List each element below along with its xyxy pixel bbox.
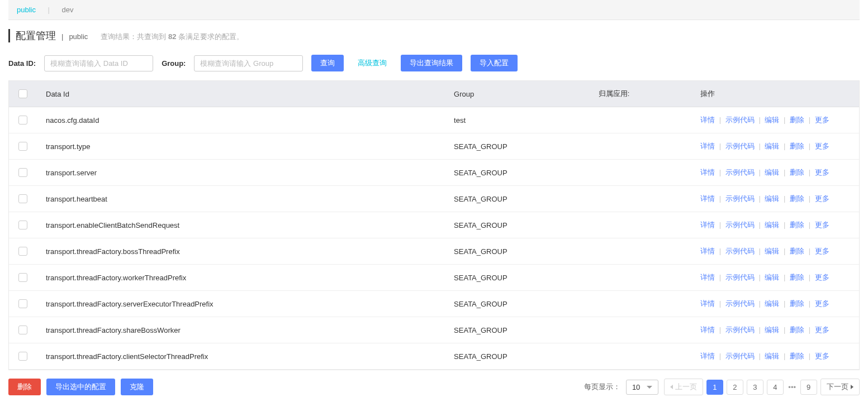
action-delete[interactable]: 删除 [790, 168, 804, 176]
action-edit[interactable]: 编辑 [765, 142, 779, 150]
delete-button[interactable]: 删除 [8, 379, 41, 395]
cell-actions: 详情 | 示例代码 | 编辑 | 删除 | 更多 [691, 343, 859, 370]
action-edit[interactable]: 编辑 [765, 116, 779, 124]
table-row: transport.server SEATA_GROUP 详情 | 示例代码 |… [9, 160, 859, 186]
action-delete[interactable]: 删除 [790, 247, 804, 255]
tab-public[interactable]: public [17, 6, 36, 14]
page-3-button[interactable]: 3 [747, 380, 763, 395]
cell-actions: 详情 | 示例代码 | 编辑 | 删除 | 更多 [691, 291, 859, 317]
export-result-button[interactable]: 导出查询结果 [401, 55, 462, 71]
search-bar: Data ID: Group: 查询 高级查询 导出查询结果 导入配置 [0, 48, 868, 80]
action-detail[interactable]: 详情 [700, 116, 715, 124]
action-delete[interactable]: 删除 [790, 326, 804, 334]
action-sample[interactable]: 示例代码 [725, 273, 755, 281]
row-checkbox[interactable] [18, 194, 27, 203]
action-detail[interactable]: 详情 [700, 168, 715, 176]
action-detail[interactable]: 详情 [700, 142, 715, 150]
next-page-button[interactable]: 下一页 [820, 379, 860, 395]
action-sample[interactable]: 示例代码 [725, 194, 755, 203]
page-footer: 删除 导出选中的配置 克隆 每页显示： 10 上一页 1 2 3 4 ••• 9… [0, 370, 868, 402]
action-edit[interactable]: 编辑 [765, 273, 779, 281]
action-detail[interactable]: 详情 [700, 194, 715, 203]
prev-page-button[interactable]: 上一页 [664, 379, 703, 395]
select-all-checkbox[interactable] [18, 89, 27, 98]
action-delete[interactable]: 删除 [790, 299, 804, 308]
cell-group: SEATA_GROUP [445, 343, 590, 370]
clone-button[interactable]: 克隆 [121, 379, 153, 395]
action-edit[interactable]: 编辑 [765, 168, 779, 176]
row-checkbox[interactable] [18, 168, 27, 177]
action-sample[interactable]: 示例代码 [725, 326, 755, 334]
action-edit[interactable]: 编辑 [765, 326, 779, 334]
row-checkbox[interactable] [18, 142, 27, 151]
action-detail[interactable]: 详情 [700, 221, 715, 229]
action-delete[interactable]: 删除 [790, 194, 804, 203]
page-4-button[interactable]: 4 [767, 380, 784, 395]
export-selected-button[interactable]: 导出选中的配置 [46, 379, 115, 395]
cell-dataid: nacos.cfg.dataId [37, 107, 445, 133]
dataid-label: Data ID: [8, 59, 36, 68]
action-detail[interactable]: 详情 [700, 299, 715, 308]
query-button[interactable]: 查询 [311, 55, 344, 71]
cell-app [590, 160, 692, 186]
config-table: Data Id Group 归属应用: 操作 nacos.cfg.dataId … [8, 80, 860, 370]
footer-left-actions: 删除 导出选中的配置 克隆 [8, 379, 153, 395]
action-more[interactable]: 更多 [815, 116, 829, 124]
cell-actions: 详情 | 示例代码 | 编辑 | 删除 | 更多 [691, 212, 859, 238]
page-last-button[interactable]: 9 [800, 380, 817, 395]
action-edit[interactable]: 编辑 [765, 352, 779, 360]
action-more[interactable]: 更多 [815, 273, 829, 281]
action-delete[interactable]: 删除 [790, 142, 804, 150]
advanced-query-link[interactable]: 高级查询 [352, 55, 392, 71]
row-checkbox[interactable] [18, 352, 27, 361]
row-checkbox[interactable] [18, 326, 27, 334]
row-checkbox[interactable] [18, 299, 27, 308]
action-sample[interactable]: 示例代码 [725, 168, 755, 176]
action-sample[interactable]: 示例代码 [725, 352, 755, 360]
action-delete[interactable]: 删除 [790, 221, 804, 229]
action-sample[interactable]: 示例代码 [725, 221, 755, 229]
page-1-button[interactable]: 1 [706, 380, 723, 395]
cell-group: test [445, 107, 590, 133]
action-detail[interactable]: 详情 [700, 273, 715, 281]
cell-actions: 详情 | 示例代码 | 编辑 | 删除 | 更多 [691, 107, 859, 133]
action-delete[interactable]: 删除 [790, 116, 804, 124]
group-input[interactable] [194, 55, 303, 71]
cell-actions: 详情 | 示例代码 | 编辑 | 删除 | 更多 [691, 317, 859, 343]
cell-app [590, 291, 692, 317]
tab-dev[interactable]: dev [62, 6, 74, 14]
page-size-select[interactable]: 10 [626, 380, 658, 395]
action-detail[interactable]: 详情 [700, 247, 715, 255]
action-more[interactable]: 更多 [815, 168, 829, 176]
action-more[interactable]: 更多 [815, 194, 829, 203]
action-more[interactable]: 更多 [815, 326, 829, 334]
page-2-button[interactable]: 2 [727, 380, 743, 395]
chevron-down-icon [647, 386, 652, 389]
dataid-input[interactable] [44, 55, 153, 71]
action-detail[interactable]: 详情 [700, 326, 715, 334]
action-more[interactable]: 更多 [815, 221, 829, 229]
action-edit[interactable]: 编辑 [765, 247, 779, 255]
action-sample[interactable]: 示例代码 [725, 116, 755, 124]
page-header: 配置管理 | public 查询结果：共查询到 82 条满足要求的配置。 [0, 20, 868, 48]
action-edit[interactable]: 编辑 [765, 221, 779, 229]
row-checkbox[interactable] [18, 116, 27, 125]
row-checkbox[interactable] [18, 247, 27, 256]
action-edit[interactable]: 编辑 [765, 299, 779, 308]
header-app: 归属应用: [590, 81, 692, 107]
action-more[interactable]: 更多 [815, 352, 829, 360]
action-detail[interactable]: 详情 [700, 352, 715, 360]
import-config-button[interactable]: 导入配置 [471, 55, 518, 71]
action-sample[interactable]: 示例代码 [725, 247, 755, 255]
row-checkbox[interactable] [18, 221, 27, 229]
action-sample[interactable]: 示例代码 [725, 299, 755, 308]
action-sample[interactable]: 示例代码 [725, 142, 755, 150]
action-more[interactable]: 更多 [815, 247, 829, 255]
action-more[interactable]: 更多 [815, 142, 829, 150]
action-more[interactable]: 更多 [815, 299, 829, 308]
action-delete[interactable]: 删除 [790, 352, 804, 360]
action-edit[interactable]: 编辑 [765, 194, 779, 203]
action-delete[interactable]: 删除 [790, 273, 804, 281]
cell-dataid: transport.threadFactory.serverExecutorTh… [37, 291, 445, 317]
row-checkbox[interactable] [18, 273, 27, 282]
